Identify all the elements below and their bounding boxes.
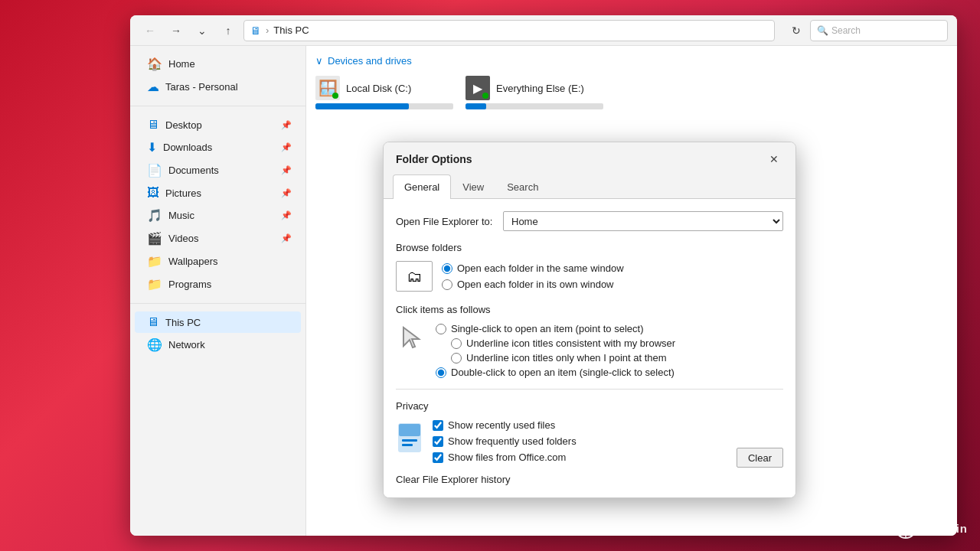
thispc-icon: 🖥 [147,315,159,329]
pictures-icon: 🖼 [147,186,159,200]
sidebar-item-downloads[interactable]: ⬇ Downloads 📌 [135,136,301,158]
dialog-title: Folder Options [396,153,472,165]
sidebar-label-thispc: This PC [165,317,292,328]
pin-icon-documents: 📌 [281,165,292,175]
search-icon: 🔍 [817,25,828,36]
address-text: This PC [273,24,309,36]
underline-always-radio[interactable] [451,338,462,349]
browse-own-label: Open each folder in its own window [457,279,614,290]
drive-c-dot [332,93,338,99]
refresh-button[interactable]: ↻ [786,20,807,41]
svg-rect-1 [399,424,420,436]
sidebar-label-desktop: Desktop [165,119,275,131]
clear-file-label: Clear File Explorer history [396,474,783,485]
sidebar-item-programs[interactable]: 📁 Programs [135,273,301,295]
click-items-title: Click items as follows [396,304,783,315]
click-underline-hover-option[interactable]: Underline icon titles only when I point … [436,352,675,364]
tab-view[interactable]: View [451,174,495,199]
back-button[interactable]: ← [139,20,161,41]
click-double-label: Double-click to open an item (single-cli… [451,367,675,378]
pin-icon-pictures: 📌 [281,188,292,198]
folder-preview-icon: 🗂 [407,268,422,285]
privacy-section: Privacy Show recently used files [396,389,783,485]
open-explorer-select[interactable]: Home This PC [503,211,783,231]
privacy-icon [396,422,423,458]
up-button[interactable]: ↑ [217,20,239,41]
privacy-check3-label: Show files from Office.com [448,452,566,463]
drive-e-name: Everything Else (E:) [496,83,584,94]
drive-c-icon: 🪟 [315,76,340,100]
privacy-check3-option[interactable]: Show files from Office.com [433,452,727,463]
drive-e-dot [482,93,488,99]
browse-own-window-option[interactable]: Open each folder in its own window [442,279,624,290]
open-explorer-label: Open File Explorer to: [396,216,495,227]
browse-section: 🗂 Open each folder in the same window Op… [396,261,783,292]
privacy-check2[interactable] [433,436,443,447]
programs-icon: 📁 [147,277,162,292]
pin-icon-videos: 📌 [281,233,292,243]
privacy-check2-option[interactable]: Show frequently used folders [433,435,727,447]
music-icon: 🎵 [147,208,162,223]
sidebar-label-home: Home [168,58,292,70]
sidebar-item-videos[interactable]: 🎬 Videos 📌 [135,227,301,249]
folder-options-dialog: Folder Options ✕ General View Search Ope… [383,142,796,498]
videos-icon: 🎬 [147,231,162,246]
drive-c-name: Local Disk (C:) [346,83,411,94]
dialog-tabs: General View Search [384,174,795,199]
browse-radio-group: Open each folder in the same window Open… [442,262,624,290]
pin-icon-music: 📌 [281,210,292,220]
address-bar[interactable]: 🖥 › This PC [243,20,775,41]
click-single-label: Single-click to open an item (point to s… [451,323,643,334]
dialog-close-button[interactable]: ✕ [765,150,783,168]
chevron-down-icon: ∨ [315,55,323,67]
drive-e[interactable]: ▶ Everything Else (E:) [466,76,603,109]
tab-general[interactable]: General [393,174,451,199]
browse-same-label: Open each folder in the same window [457,262,624,274]
privacy-check3[interactable] [433,452,443,463]
sidebar-label-taras: Taras - Personal [165,81,292,93]
sidebar-item-wallpapers[interactable]: 📁 Wallpapers [135,250,301,272]
dialog-title-bar: Folder Options ✕ [384,142,795,174]
pc-icon: 🖥 [250,24,261,37]
tab-search[interactable]: Search [495,174,550,199]
browse-same-window-option[interactable]: Open each folder in the same window [442,262,624,274]
drive-c[interactable]: 🪟 Local Disk (C:) [315,76,453,109]
drive-c-bar [315,103,453,109]
click-underline-always-option[interactable]: Underline icon titles consistent with my… [436,337,675,349]
search-box[interactable]: 🔍 Search [810,20,948,41]
click-content: Single-click to open an item (point to s… [396,323,783,378]
title-bar-right: ↻ 🔍 Search [786,20,948,41]
neowin-label: Neowin [923,522,968,535]
sidebar: 🏠 Home ☁ Taras - Personal 🖥 Desktop 📌 ⬇ … [130,46,306,536]
click-double-option[interactable]: Double-click to open an item (single-cli… [436,367,675,378]
sidebar-item-thispc[interactable]: 🖥 This PC [135,311,301,333]
clear-button[interactable]: Clear [737,448,783,468]
forward-button[interactable]: → [165,20,187,41]
downloads-icon: ⬇ [147,140,157,155]
sidebar-item-home[interactable]: 🏠 Home [135,53,301,75]
pin-icon-desktop: 📌 [281,120,292,130]
sidebar-item-desktop[interactable]: 🖥 Desktop 📌 [135,114,301,135]
privacy-check1[interactable] [433,420,443,431]
underline-always-label: Underline icon titles consistent with my… [466,337,675,349]
click-single-radio[interactable] [436,324,446,334]
browse-own-radio[interactable] [442,279,452,290]
sidebar-item-documents[interactable]: 📄 Documents 📌 [135,159,301,181]
drive-e-icon: ▶ [466,76,490,100]
sidebar-label-videos: Videos [168,233,275,244]
underline-hover-radio[interactable] [451,353,462,364]
sidebar-item-pictures[interactable]: 🖼 Pictures 📌 [135,182,301,204]
devices-section-header[interactable]: ∨ Devices and drives [315,55,948,67]
sidebar-item-network[interactable]: 🌐 Network [135,334,301,356]
sidebar-item-taras[interactable]: ☁ Taras - Personal [135,76,301,98]
click-single-option[interactable]: Single-click to open an item (point to s… [436,323,675,334]
dropdown-button[interactable]: ⌄ [191,20,213,41]
browse-same-radio[interactable] [442,263,452,274]
title-bar: ← → ⌄ ↑ 🖥 › This PC ↻ 🔍 Search [130,15,957,46]
sidebar-item-music[interactable]: 🎵 Music 📌 [135,204,301,227]
privacy-title: Privacy [396,400,783,412]
privacy-check1-option[interactable]: Show recently used files [433,419,727,431]
devices-section-label: Devices and drives [328,55,412,67]
neowin-watermark: Neowin [895,517,968,539]
click-double-radio[interactable] [436,367,446,378]
